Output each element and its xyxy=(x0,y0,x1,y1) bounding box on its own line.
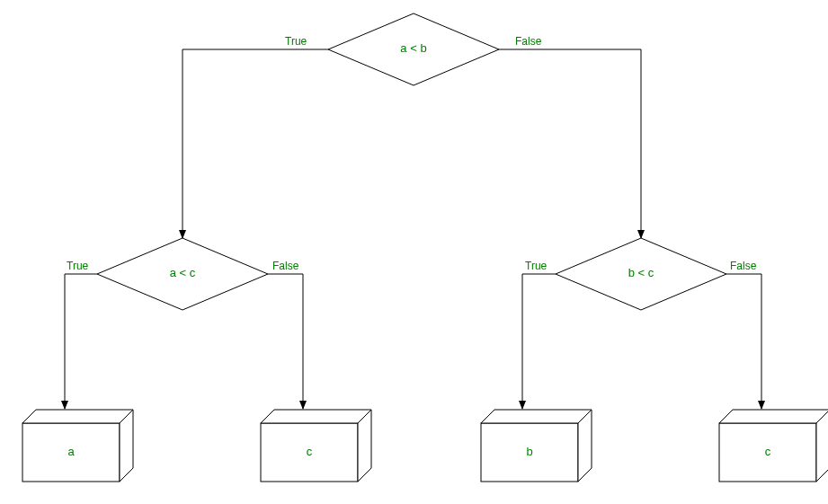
edge-left-true xyxy=(65,274,97,409)
edge-right-true-label: True xyxy=(525,260,548,272)
svg-marker-11 xyxy=(481,410,592,423)
output-box-b: b xyxy=(481,410,592,482)
edge-top-true xyxy=(183,49,328,238)
svg-marker-8 xyxy=(261,410,371,423)
output-b-label: b xyxy=(526,445,532,458)
output-box-a: a xyxy=(22,410,133,482)
edge-top-true-label: True xyxy=(285,35,307,48)
edge-left-false xyxy=(268,274,303,409)
decision-a-lt-c: a < c xyxy=(97,238,268,310)
edge-top-false xyxy=(499,49,641,238)
decision-b-lt-c-label: b < c xyxy=(628,266,654,279)
decision-a-lt-b: a < b xyxy=(328,13,499,85)
svg-marker-14 xyxy=(719,410,828,423)
decision-a-lt-b-label: a < b xyxy=(400,41,426,55)
decision-a-lt-c-label: a < c xyxy=(170,266,196,279)
edge-right-false xyxy=(726,274,761,409)
output-box-c-left: c xyxy=(261,410,371,482)
edge-left-false-label: False xyxy=(272,260,299,272)
output-c-right-label: c xyxy=(765,445,771,458)
edge-right-false-label: False xyxy=(730,260,757,272)
edge-right-true xyxy=(522,274,556,409)
output-a-label: a xyxy=(67,445,75,458)
output-c-left-label: c xyxy=(307,445,313,458)
svg-marker-5 xyxy=(22,410,133,423)
edge-top-false-label: False xyxy=(515,35,542,48)
edge-left-true-label: True xyxy=(67,260,89,272)
output-box-c-right: c xyxy=(719,410,828,482)
flowchart-diagram: a < b True False a < c b < c True False … xyxy=(0,0,828,504)
decision-b-lt-c: b < c xyxy=(556,238,726,310)
